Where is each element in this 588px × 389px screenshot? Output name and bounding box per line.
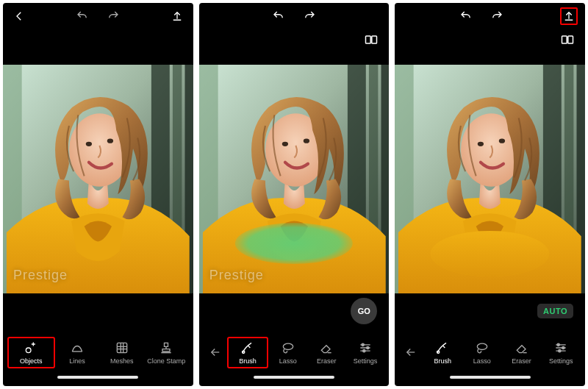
export-icon[interactable] — [168, 7, 186, 25]
redo-icon[interactable] — [104, 7, 122, 25]
sliders-icon — [358, 340, 373, 355]
eraser-icon — [514, 340, 529, 355]
tool-label: Settings — [354, 357, 378, 365]
top-bar — [395, 3, 585, 29]
image-canvas[interactable]: Prestige — [199, 65, 390, 293]
tool-brush[interactable]: Brush — [423, 338, 462, 367]
image-canvas[interactable]: Prestige — [3, 65, 193, 293]
screen-3: AUTO Brush Lasso Eraser Settings — [395, 3, 585, 386]
screen-2: Prestige GO Brush Lasso Eraser — [199, 3, 390, 386]
edited-photo — [3, 65, 193, 293]
tool-label: Settings — [549, 357, 573, 365]
toolbar-back-button[interactable] — [399, 343, 423, 361]
home-indicator — [395, 376, 585, 386]
spacer — [3, 29, 193, 65]
action-row: AUTO — [395, 293, 585, 329]
tool-brush[interactable]: Brush — [227, 337, 269, 368]
action-row: GO — [199, 293, 390, 329]
tool-settings[interactable]: Settings — [541, 338, 581, 367]
tool-label: Eraser — [317, 357, 337, 365]
lasso-icon — [475, 340, 490, 355]
image-canvas[interactable] — [395, 65, 585, 293]
spacer — [199, 50, 390, 65]
tool-eraser[interactable]: Eraser — [307, 338, 346, 367]
top-bar — [199, 3, 390, 29]
arrow-left-icon — [404, 346, 417, 359]
arrow-left-icon — [209, 346, 222, 359]
tool-label: Lasso — [473, 357, 491, 365]
tutorial-triptych: Prestige Objects Lines Meshes Clone Stam… — [0, 0, 588, 389]
undo-icon[interactable] — [270, 7, 287, 25]
stamp-icon — [159, 340, 173, 355]
tool-bar-main: Objects Lines Meshes Clone Stamp — [3, 329, 193, 376]
tool-label: Brush — [239, 357, 257, 365]
home-indicator — [199, 376, 390, 386]
tool-lasso[interactable]: Lasso — [268, 338, 307, 367]
tool-label: Lines — [69, 357, 85, 365]
undo-icon[interactable] — [74, 7, 91, 25]
tool-bar-brush: Brush Lasso Eraser Settings — [395, 329, 585, 376]
compare-icon[interactable] — [559, 31, 576, 49]
tool-lasso[interactable]: Lasso — [462, 338, 502, 367]
export-icon[interactable] — [560, 7, 578, 25]
tool-label: Lasso — [279, 357, 297, 365]
compare-icon[interactable] — [362, 31, 380, 49]
tool-meshes[interactable]: Meshes — [99, 338, 144, 367]
auto-button[interactable]: AUTO — [537, 304, 573, 318]
brush-icon — [435, 340, 450, 355]
redo-icon[interactable] — [488, 7, 506, 25]
tool-label: Meshes — [110, 357, 134, 365]
screen-1: Prestige Objects Lines Meshes Clone Stam… — [3, 3, 193, 386]
tool-objects[interactable]: Objects — [7, 337, 55, 368]
spacer — [395, 50, 585, 65]
tool-label: Brush — [434, 357, 451, 365]
tool-clone-stamp[interactable]: Clone Stamp — [144, 338, 189, 367]
action-row — [3, 293, 193, 329]
edited-photo — [395, 65, 585, 293]
tool-label: Clone Stamp — [147, 357, 185, 365]
edited-photo — [199, 65, 390, 293]
tool-bar-brush: Brush Lasso Eraser Settings — [199, 329, 390, 376]
lines-icon — [70, 340, 85, 355]
compare-row — [199, 29, 390, 50]
eraser-icon — [319, 340, 334, 355]
redo-icon[interactable] — [301, 7, 318, 25]
top-bar — [3, 3, 193, 29]
sliders-icon — [553, 340, 568, 355]
go-button[interactable]: GO — [351, 298, 377, 324]
home-indicator — [3, 376, 193, 386]
tool-settings[interactable]: Settings — [346, 338, 385, 367]
lasso-icon — [281, 340, 295, 355]
compare-row — [395, 29, 585, 50]
tool-eraser[interactable]: Eraser — [502, 338, 542, 367]
tool-label: Eraser — [512, 357, 531, 365]
tool-lines[interactable]: Lines — [55, 338, 100, 367]
brush-icon — [240, 340, 255, 355]
mesh-icon — [115, 340, 129, 355]
undo-icon[interactable] — [457, 7, 475, 25]
sparkle-icon — [24, 340, 38, 355]
toolbar-back-button[interactable] — [204, 343, 227, 361]
back-icon[interactable] — [10, 7, 28, 25]
tool-label: Objects — [20, 357, 43, 365]
